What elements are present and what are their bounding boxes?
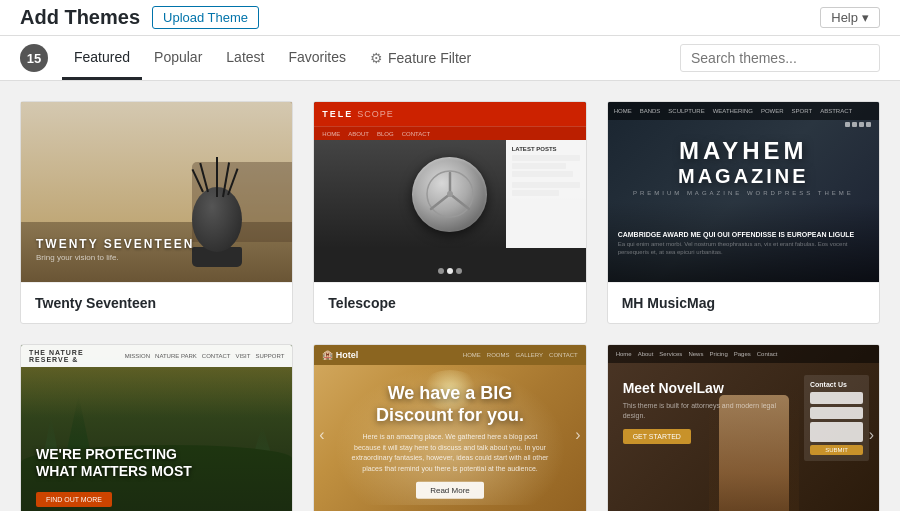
page-title: Add Themes — [20, 6, 140, 29]
theme-preview-twenty-seventeen: TWENTY SEVENTEEN Bring your vision to li… — [21, 102, 292, 282]
svg-line-2 — [431, 194, 450, 209]
tab-latest[interactable]: Latest — [214, 36, 276, 80]
theme-card-nature-reserve[interactable]: THE NATURERESERVE & MISSION NATURE PARK … — [20, 344, 293, 511]
themes-grid: TWENTY SEVENTEEN Bring your vision to li… — [20, 101, 880, 511]
theme-preview-nature: THE NATURERESERVE & MISSION NATURE PARK … — [21, 345, 292, 511]
theme-preview-telescope: TELESCOPE HOME ABOUT BLOG CONTACT — [314, 102, 585, 282]
theme-name-telescope: Telescope — [314, 282, 585, 323]
novellaw-nav: Home About Services News Pricing Pages C… — [608, 345, 879, 363]
theme-card-telescope[interactable]: TELESCOPE HOME ABOUT BLOG CONTACT — [313, 101, 586, 324]
top-bar: Add Themes Upload Theme Help ▾ — [0, 0, 900, 36]
theme-name-mh-musicmag: MH MusicMag — [608, 282, 879, 323]
tab-popular[interactable]: Popular — [142, 36, 214, 80]
top-bar-left: Add Themes Upload Theme — [20, 6, 259, 29]
theme-preview-musicmag: HOME BANDS SCULPTURE WEATHERING POWER SP… — [608, 102, 879, 282]
theme-name-twenty-seventeen: Twenty Seventeen — [21, 282, 292, 323]
novellaw-content: Meet NovelLaw This theme is built for at… — [623, 380, 799, 444]
svg-line-3 — [450, 194, 469, 209]
theme-count-badge: 15 — [20, 44, 48, 72]
theme-preview-hotel: 🏨 Hotel HOME ROOMS GALLERY CONTACT We ha… — [314, 345, 585, 511]
nav-left: 15 Featured Popular Latest Favorites ⚙ F… — [20, 36, 483, 80]
help-button[interactable]: Help ▾ — [820, 7, 880, 28]
theme-card-twenty-seventeen[interactable]: TWENTY SEVENTEEN Bring your vision to li… — [20, 101, 293, 324]
theme-card-mh-musicmag[interactable]: HOME BANDS SCULPTURE WEATHERING POWER SP… — [607, 101, 880, 324]
theme-card-novellaw[interactable]: Home About Services News Pricing Pages C… — [607, 344, 880, 511]
feature-filter-label: Feature Filter — [388, 50, 471, 66]
musicmag-nav: HOME BANDS SCULPTURE WEATHERING POWER SP… — [608, 102, 879, 120]
theme-card-hotel[interactable]: 🏨 Hotel HOME ROOMS GALLERY CONTACT We ha… — [313, 344, 586, 511]
twenty-seventeen-overlay: TWENTY SEVENTEEN Bring your vision to li… — [36, 237, 194, 262]
novellaw-cta-btn: GET STARTED — [623, 429, 691, 444]
nav-bar: 15 Featured Popular Latest Favorites ⚙ F… — [0, 36, 900, 81]
chevron-down-icon: ▾ — [862, 10, 869, 25]
gear-icon: ⚙ — [370, 50, 383, 66]
svg-point-4 — [447, 191, 453, 197]
novellaw-title: Meet NovelLaw — [623, 380, 799, 396]
tab-featured[interactable]: Featured — [62, 36, 142, 80]
feature-filter-button[interactable]: ⚙ Feature Filter — [358, 36, 483, 80]
main-content: TWENTY SEVENTEEN Bring your vision to li… — [0, 81, 900, 511]
help-label: Help — [831, 10, 858, 25]
novellaw-desc: This theme is built for attorneys and mo… — [623, 401, 799, 421]
upload-theme-button[interactable]: Upload Theme — [152, 6, 259, 29]
theme-preview-novellaw: Home About Services News Pricing Pages C… — [608, 345, 879, 511]
novellaw-contact-form: Contact Us SUBMIT — [804, 375, 869, 461]
search-input[interactable] — [680, 44, 880, 72]
tab-favorites[interactable]: Favorites — [276, 36, 358, 80]
